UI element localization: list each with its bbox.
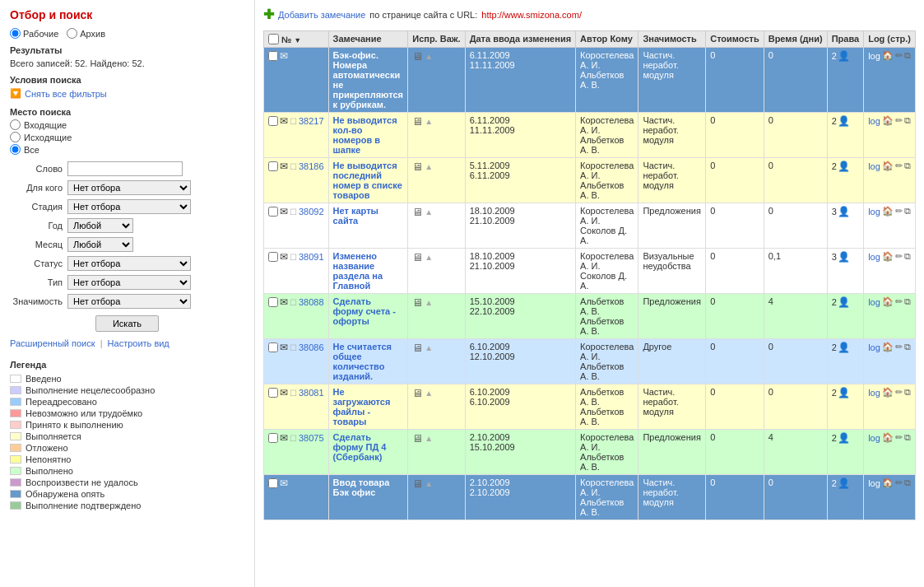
log-link[interactable]: log <box>868 51 880 61</box>
row-checkbox[interactable] <box>268 297 278 307</box>
edit-icon[interactable]: ✏ <box>895 50 903 61</box>
log-link[interactable]: log <box>868 252 880 262</box>
archive-radio-group: Рабочие Архив <box>10 28 244 39</box>
home-icon[interactable]: 🏠 <box>882 161 894 171</box>
copy-icon[interactable]: ⧉ <box>904 432 911 443</box>
row-checkbox[interactable] <box>268 161 278 171</box>
advanced-search-link[interactable]: Расширенный поиск <box>10 338 95 348</box>
row-checkbox[interactable] <box>268 342 278 352</box>
num-link[interactable]: 38092 <box>299 207 324 217</box>
stage-select[interactable]: Нет отбора <box>67 199 191 214</box>
log-link[interactable]: log <box>868 297 880 307</box>
row-checkbox[interactable] <box>268 207 278 217</box>
radio-incoming[interactable]: Входящие <box>10 119 244 130</box>
log-link[interactable]: log <box>868 433 880 443</box>
copy-icon[interactable]: ⧉ <box>904 115 911 126</box>
legend-item: Выполняется <box>10 431 244 441</box>
rights-count: 3 <box>832 252 837 262</box>
num-link[interactable]: 38091 <box>299 252 324 262</box>
log-link[interactable]: log <box>868 388 880 398</box>
year-select[interactable]: Любой <box>67 218 133 233</box>
rights-cell: 2 👤 <box>827 475 863 520</box>
num-link[interactable]: 38186 <box>299 161 324 171</box>
computer-icon: 🖥 <box>412 432 423 445</box>
row-checkbox[interactable] <box>268 433 278 443</box>
edit-icon[interactable]: ✏ <box>895 342 903 352</box>
row-checkbox[interactable] <box>268 388 278 398</box>
radio-all[interactable]: Все <box>10 144 244 155</box>
radio-outgoing[interactable]: Исходящие <box>10 132 244 142</box>
radio-working[interactable]: Рабочие <box>10 28 58 39</box>
note-link[interactable]: Не считается общее количество изданий. <box>333 342 392 381</box>
num-link[interactable]: 38086 <box>299 342 324 352</box>
significance-select[interactable]: Нет отбора <box>67 294 191 309</box>
clear-filters-link[interactable]: 🔽 Снять все фильтры <box>10 88 244 99</box>
edit-icon[interactable]: ✏ <box>895 161 903 171</box>
user-icon: 👤 <box>838 115 850 127</box>
copy-icon[interactable]: ⧉ <box>904 206 911 217</box>
rights-count: 2 <box>832 51 837 61</box>
radio-archive[interactable]: Архив <box>67 28 105 39</box>
row-checkbox[interactable] <box>268 252 278 262</box>
home-icon[interactable]: 🏠 <box>882 251 894 262</box>
note-link[interactable]: Сделать форму ПД 4 (Сбербанк) <box>333 432 387 462</box>
edit-icon[interactable]: ✏ <box>895 115 903 126</box>
row-checkbox[interactable] <box>268 116 278 126</box>
col-log: Log (стр.) <box>864 31 916 48</box>
note-link[interactable]: Не загружаются файлы - товары <box>333 387 391 426</box>
edit-icon[interactable]: ✏ <box>895 432 903 443</box>
copy-icon[interactable]: ⧉ <box>904 342 911 352</box>
home-icon[interactable]: 🏠 <box>882 387 894 398</box>
copy-icon[interactable]: ⧉ <box>904 251 911 262</box>
author-cell: Коростелева А. И.Соколов Д. А. <box>576 203 638 249</box>
home-icon[interactable]: 🏠 <box>882 432 894 443</box>
status-select[interactable]: Нет отбора <box>67 256 191 271</box>
computer-icon: 🖥 <box>412 115 423 128</box>
note-link[interactable]: Не выводится кол-во номеров в шапке <box>333 115 397 155</box>
legend-item: Переадресовано <box>10 397 244 407</box>
home-icon[interactable]: 🏠 <box>882 296 894 307</box>
copy-icon[interactable]: ⧉ <box>904 387 911 398</box>
word-input[interactable] <box>67 161 183 176</box>
author-cell: Коростелева А. И.Альбетков А. В. <box>576 475 638 520</box>
type-select[interactable]: Нет отбора <box>67 275 191 290</box>
row-checkbox[interactable] <box>268 51 278 61</box>
note-link[interactable]: Бэк-офис. Номера автоматически не прикре… <box>333 50 403 109</box>
note-link[interactable]: Не выводится последний номер в списке то… <box>333 161 402 200</box>
num-link[interactable]: 38081 <box>299 388 324 398</box>
edit-icon[interactable]: ✏ <box>895 251 903 262</box>
configure-view-link[interactable]: Настроить вид <box>108 338 169 348</box>
num-link[interactable]: 38088 <box>299 297 324 307</box>
edit-icon[interactable]: ✏ <box>895 206 903 217</box>
note-link[interactable]: Сделать форму счета - офорты <box>333 296 396 326</box>
select-all-checkbox[interactable] <box>268 34 279 44</box>
home-icon[interactable]: 🏠 <box>882 342 894 352</box>
search-button[interactable]: Искать <box>95 315 159 332</box>
month-select[interactable]: Любой <box>67 237 133 252</box>
edit-icon[interactable]: ✏ <box>895 478 903 488</box>
edit-icon[interactable]: ✏ <box>895 387 903 398</box>
log-link[interactable]: log <box>868 207 880 217</box>
num-link[interactable]: 38217 <box>299 116 324 126</box>
note-link[interactable]: Нет карты сайта <box>333 206 378 226</box>
log-link[interactable]: log <box>868 342 880 352</box>
copy-icon[interactable]: ⧉ <box>904 161 911 171</box>
copy-icon[interactable]: ⧉ <box>904 296 911 307</box>
log-link[interactable]: log <box>868 478 880 488</box>
add-note-link[interactable]: Добавить замечание <box>278 10 365 20</box>
log-link[interactable]: log <box>868 161 880 171</box>
home-icon[interactable]: 🏠 <box>882 206 894 217</box>
forwhom-select[interactable]: Нет отбора <box>67 180 191 195</box>
home-icon[interactable]: 🏠 <box>882 478 894 488</box>
conditions-title: Условия поиска <box>10 75 244 85</box>
home-icon[interactable]: 🏠 <box>882 115 894 126</box>
num-link[interactable]: 38075 <box>299 433 324 443</box>
copy-icon[interactable]: ⧉ <box>904 50 911 61</box>
note-link[interactable]: Изменено название раздела на Главной <box>333 251 383 291</box>
copy-icon[interactable]: ⧉ <box>904 478 911 488</box>
row-checkbox[interactable] <box>268 478 278 488</box>
note-link[interactable]: Ввод товара Бэк офис <box>333 478 390 497</box>
home-icon[interactable]: 🏠 <box>882 50 894 61</box>
edit-icon[interactable]: ✏ <box>895 296 903 307</box>
log-link[interactable]: log <box>868 116 880 126</box>
